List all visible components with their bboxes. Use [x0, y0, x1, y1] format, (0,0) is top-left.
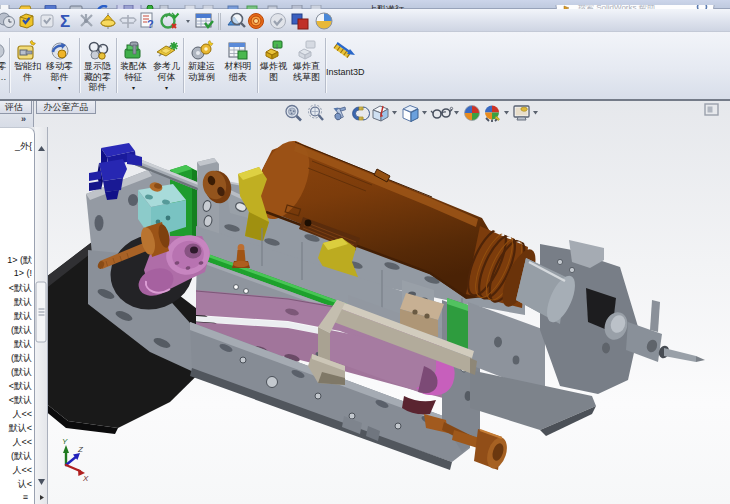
svg-text:Σ: Σ: [60, 12, 70, 31]
svg-text:X: X: [82, 474, 89, 483]
svg-text:Z: Z: [77, 445, 84, 454]
svg-text:?: ?: [147, 18, 154, 30]
svg-text:Y: Y: [62, 437, 68, 446]
